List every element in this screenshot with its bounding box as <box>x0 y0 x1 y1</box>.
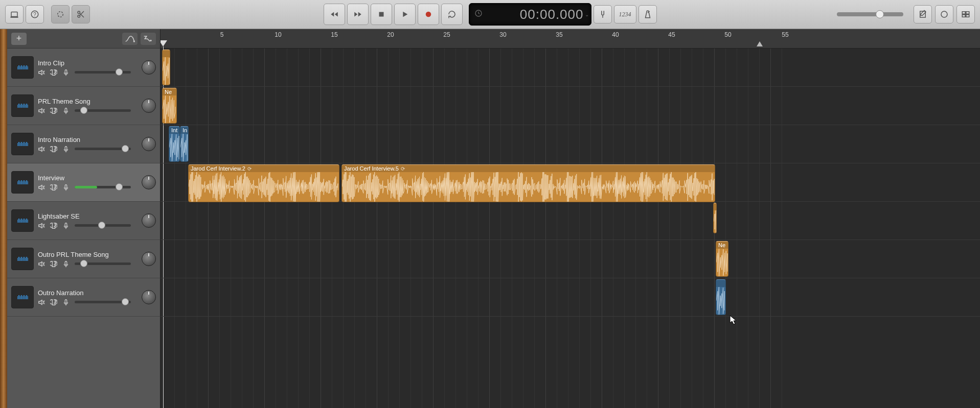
track-volume-thumb[interactable] <box>116 183 123 190</box>
track-volume-thumb[interactable] <box>80 260 87 267</box>
track-lane[interactable] <box>161 278 980 317</box>
mute-button[interactable] <box>38 184 45 191</box>
stop-button[interactable] <box>371 4 392 25</box>
smart-controls-button[interactable] <box>51 5 70 23</box>
audio-region[interactable] <box>713 203 717 233</box>
track-row[interactable]: ıllıllıllıllı Outro PRL Theme Song <box>7 240 160 278</box>
track-row[interactable]: ıllıllıllıllı Intro Narration <box>7 125 160 163</box>
solo-button[interactable] <box>50 69 57 76</box>
timeline[interactable]: 510152025303540455055 Ne Int In <box>161 29 980 408</box>
region-waveform <box>716 249 728 276</box>
track-row[interactable]: ıllıllıllıllı Intro Clip <box>7 49 160 87</box>
editors-button[interactable] <box>72 5 90 23</box>
solo-button[interactable] <box>50 260 57 268</box>
mute-button[interactable] <box>38 69 45 76</box>
automation-mode-button[interactable] <box>141 33 156 45</box>
mute-button[interactable] <box>38 299 45 306</box>
solo-button[interactable] <box>50 146 57 153</box>
track-volume-slider[interactable] <box>75 71 131 74</box>
track-name: Intro Clip <box>38 59 138 67</box>
master-volume-thumb[interactable] <box>876 10 884 18</box>
pan-knob[interactable] <box>142 175 156 189</box>
ruler[interactable]: 510152025303540455055 <box>161 29 980 49</box>
track-lane[interactable] <box>161 87 980 125</box>
rewind-button[interactable] <box>324 4 345 25</box>
track-volume-thumb[interactable] <box>116 68 123 76</box>
track-volume-thumb[interactable] <box>80 107 87 114</box>
region-label: Ne <box>716 242 728 249</box>
pan-knob[interactable] <box>142 99 156 113</box>
input-monitor-button[interactable] <box>62 146 70 153</box>
notepad-button[interactable] <box>914 5 932 23</box>
track-lane[interactable] <box>161 202 980 240</box>
mute-button[interactable] <box>38 146 45 153</box>
track-volume-thumb[interactable] <box>122 298 129 305</box>
cycle-button[interactable] <box>441 4 463 25</box>
pan-knob[interactable] <box>142 137 156 151</box>
filter-icon <box>143 35 153 42</box>
input-monitor-button[interactable] <box>62 222 70 229</box>
solo-button[interactable] <box>50 107 57 114</box>
pan-knob[interactable] <box>142 252 156 266</box>
automation-curve-button[interactable] <box>122 33 138 45</box>
input-monitor-button[interactable] <box>62 260 70 268</box>
help-button[interactable]: ? <box>26 5 44 23</box>
track-volume-slider[interactable] <box>75 301 131 303</box>
region-waveform <box>714 210 716 233</box>
notepad-icon <box>918 10 927 19</box>
audio-region[interactable]: Jarod Cerf Interview.5⟳ <box>341 164 715 202</box>
solo-button[interactable] <box>50 299 57 306</box>
mute-button[interactable] <box>38 107 45 114</box>
solo-button[interactable] <box>50 184 57 191</box>
track-volume-slider[interactable] <box>75 224 131 227</box>
end-marker[interactable] <box>757 41 763 46</box>
pan-knob[interactable] <box>142 60 156 75</box>
playhead[interactable] <box>161 40 167 46</box>
input-monitor-button[interactable] <box>62 107 70 114</box>
pan-knob[interactable] <box>142 290 156 304</box>
lcd-display[interactable]: 00:00.000 ⌄ <box>469 3 591 26</box>
audio-region[interactable]: Ne <box>716 241 728 277</box>
track-volume-slider[interactable] <box>75 148 131 150</box>
input-monitor-button[interactable] <box>62 299 70 306</box>
metronome-icon <box>643 10 652 19</box>
add-track-button[interactable]: + <box>11 33 27 45</box>
countin-button[interactable]: 1234 <box>614 5 636 23</box>
media-browser-button[interactable] <box>956 5 975 23</box>
track-volume-slider[interactable] <box>75 262 131 265</box>
loop-browser-button[interactable] <box>935 5 953 23</box>
track-lane[interactable] <box>161 49 980 87</box>
track-lane[interactable] <box>161 125 980 163</box>
play-button[interactable] <box>394 4 416 25</box>
audio-region[interactable]: Jarod Cerf Interview.2⟳ <box>188 164 339 202</box>
track-volume-thumb[interactable] <box>122 145 129 152</box>
pan-knob[interactable] <box>142 213 156 228</box>
track-lane[interactable] <box>161 240 980 278</box>
solo-button[interactable] <box>50 222 57 229</box>
forward-button[interactable] <box>347 4 369 25</box>
metronome-button[interactable] <box>639 5 657 23</box>
audio-region[interactable] <box>162 50 170 85</box>
lcd-dropdown-icon[interactable]: ⌄ <box>585 12 589 17</box>
master-volume-slider[interactable] <box>837 12 903 16</box>
audio-region[interactable]: In <box>180 126 189 162</box>
track-row[interactable]: ıllıllıllıllı Interview <box>7 163 160 202</box>
track-volume-slider[interactable] <box>75 109 131 112</box>
tuner-button[interactable] <box>594 5 612 23</box>
audio-region[interactable]: Ne <box>162 88 177 124</box>
track-name: Interview <box>38 174 138 182</box>
input-monitor-button[interactable] <box>62 184 70 191</box>
track-row[interactable]: ıllıllıllıllı Lightsaber SE <box>7 202 160 240</box>
input-monitor-button[interactable] <box>62 69 70 76</box>
toolbar-left-group: ? <box>5 5 90 23</box>
mute-button[interactable] <box>38 260 45 268</box>
mute-button[interactable] <box>38 222 45 229</box>
record-button[interactable] <box>418 4 439 25</box>
audio-region[interactable] <box>716 279 726 315</box>
track-row[interactable]: ıllıllıllıllı PRL Theme Song <box>7 87 160 125</box>
library-button[interactable] <box>5 5 24 23</box>
audio-region[interactable]: Int <box>169 126 180 162</box>
track-row[interactable]: ıllıllıllıllı Outro Narration <box>7 278 160 317</box>
track-volume-slider[interactable] <box>75 186 131 188</box>
track-volume-thumb[interactable] <box>98 222 105 229</box>
